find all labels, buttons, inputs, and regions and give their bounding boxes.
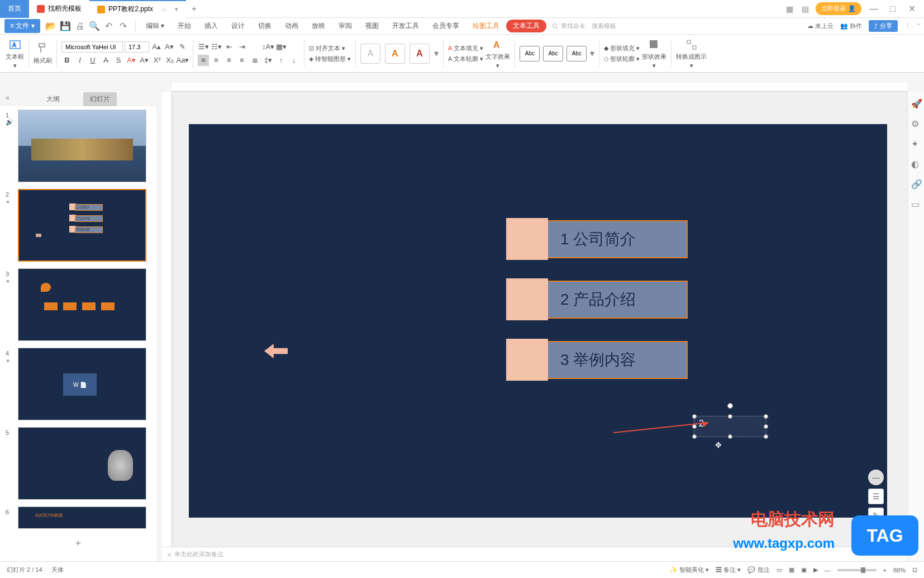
clear-format-button[interactable]: ✎ <box>177 41 188 53</box>
align-center-button[interactable]: ≡ <box>211 55 222 66</box>
thumbnail-2[interactable]: 2★ 公司简介 产品介绍 举例内容 <box>0 186 156 265</box>
case-button[interactable]: Aa▾ <box>177 55 188 66</box>
menu-devtools[interactable]: 开发工具 <box>385 21 426 31</box>
menu-view[interactable]: 视图 <box>359 21 385 31</box>
align-justify-button[interactable]: ≡ <box>236 55 247 66</box>
strike-button[interactable]: A̶ <box>100 55 111 66</box>
spacing-before-button[interactable]: ↑ <box>275 55 287 66</box>
shape-style-more[interactable]: ▾ <box>590 48 594 59</box>
view-slideshow-icon[interactable]: ▶ <box>813 566 818 574</box>
align-text-button[interactable]: ⊡ 对齐文本 ▾ <box>309 44 351 53</box>
notes-toggle[interactable]: ☰ 备注 ▾ <box>716 566 741 574</box>
menu-start[interactable]: 开始 <box>171 21 198 31</box>
fit-icon[interactable]: ⊡ <box>912 566 917 574</box>
tab-outline[interactable]: 大纲 <box>40 92 66 106</box>
file-menu[interactable]: ≡ 文件 ▾ <box>4 19 40 33</box>
shadow-button[interactable]: S <box>113 55 124 66</box>
text-effect-button[interactable]: A 文字效果▾ <box>485 38 510 69</box>
menu-text-tools[interactable]: 文本工具 <box>506 20 546 32</box>
increase-font-button[interactable]: A▴ <box>151 41 162 53</box>
thumbnail-5[interactable]: 5 <box>0 424 156 503</box>
numbering-button[interactable]: ☷▾ <box>211 41 222 53</box>
menu-design[interactable]: 设计 <box>225 21 251 31</box>
tab-add-button[interactable]: + <box>186 4 202 14</box>
notes-bar[interactable]: ≡ 单击此处添加备注 <box>162 547 907 561</box>
italic-button[interactable]: I <box>74 55 85 66</box>
sparkle-icon[interactable]: ✦ <box>911 139 921 149</box>
underline-button[interactable]: U <box>87 55 98 66</box>
text-style-more[interactable]: ▾ <box>434 48 439 59</box>
search-box[interactable]: 查找命令、搜索模板 <box>552 22 616 30</box>
shape-effect-button[interactable]: 形状效果▾ <box>642 38 666 69</box>
align-right-button[interactable]: ≡ <box>223 55 235 66</box>
rocket-icon[interactable]: 🚀 <box>911 98 921 108</box>
subscript-button[interactable]: X₂ <box>164 55 175 66</box>
columns-button[interactable]: ▦▾ <box>275 41 287 53</box>
thumbnail-4[interactable]: 4★ W 📄 <box>0 344 156 424</box>
beautify-button[interactable]: ✨ 智能美化 ▾ <box>670 566 709 574</box>
slide-canvas[interactable]: 1 公司简介 2 产品介绍 3 举例内容 2 ✥ <box>189 124 887 518</box>
present-icon[interactable]: ▭ <box>911 199 921 209</box>
selection-handle[interactable] <box>692 414 697 419</box>
view-reading-icon[interactable]: ▣ <box>801 566 807 574</box>
zoom-out-icon[interactable]: — <box>825 567 831 574</box>
text-direction-button[interactable]: ↕A▾ <box>263 41 274 53</box>
thumbnail-1[interactable]: 1🔊 <box>0 106 156 186</box>
shape-outline-button[interactable]: ◇ 形状轮廓 ▾ <box>604 55 640 63</box>
selection-handle[interactable] <box>692 434 697 439</box>
add-slide-button[interactable]: + <box>0 532 156 555</box>
text-fill-button[interactable]: A 文本填充 ▾ <box>448 44 483 53</box>
collapse-ribbon-icon[interactable]: ˆ <box>917 23 920 30</box>
maximize-button[interactable]: □ <box>886 2 899 16</box>
textbox-button[interactable]: A 文本框▾ <box>6 38 24 69</box>
text-outline-button[interactable]: A 文本轮廓 ▾ <box>448 55 483 63</box>
align-left-button[interactable]: ≡ <box>198 55 209 66</box>
shape-fill-button[interactable]: ◆ 形状填充 ▾ <box>604 44 640 53</box>
tab-slides[interactable]: 幻灯片 <box>83 92 117 106</box>
share-button[interactable]: ⤴ 分享 <box>869 20 898 32</box>
superscript-button[interactable]: X² <box>151 55 163 66</box>
apps-icon[interactable]: ▤ <box>800 4 810 14</box>
menu-edit[interactable]: 编辑 ▾ <box>139 21 171 31</box>
spacing-after-button[interactable]: ↓ <box>288 55 299 66</box>
close-button[interactable]: ✕ <box>905 2 918 16</box>
toc-item-1[interactable]: 1 公司简介 <box>506 218 688 260</box>
menu-slideshow[interactable]: 放映 <box>305 21 332 31</box>
undo-icon[interactable]: ↶ <box>103 20 115 32</box>
login-button[interactable]: 立即登录 👤 <box>816 2 861 15</box>
save-icon[interactable]: 💾 <box>59 20 72 32</box>
layers-icon[interactable]: ☰ <box>868 489 884 504</box>
indent-dec-button[interactable]: ⇤ <box>223 41 235 53</box>
minimize-button[interactable]: — <box>867 2 880 16</box>
selection-handle[interactable] <box>764 424 768 429</box>
indent-inc-button[interactable]: ⇥ <box>236 41 247 53</box>
bold-button[interactable]: B <box>61 55 73 66</box>
thumbnail-6[interactable]: 6 此处照片的标题 <box>0 503 156 532</box>
selection-handle[interactable] <box>728 414 732 419</box>
shape-style-2[interactable]: Abc <box>543 46 563 61</box>
menu-review[interactable]: 审阅 <box>332 21 359 31</box>
rotation-handle[interactable] <box>727 403 733 409</box>
redo-icon[interactable]: ↷ <box>117 20 130 32</box>
text-style-2[interactable]: A <box>385 44 405 64</box>
language-label[interactable]: 天体 <box>51 566 64 574</box>
selection-handle[interactable] <box>764 414 768 419</box>
grid-icon[interactable]: ▦ <box>784 4 794 14</box>
menu-insert[interactable]: 插入 <box>198 21 225 31</box>
convert-button[interactable]: 转换成图示▾ <box>676 38 707 69</box>
ruler-vertical[interactable] <box>162 92 172 561</box>
eyedropper-icon[interactable]: ✎ <box>868 508 884 523</box>
arrow-shape[interactable] <box>264 344 288 358</box>
font-color-button[interactable]: A▾ <box>126 55 137 66</box>
print-icon[interactable]: 🖨 <box>74 20 86 32</box>
ruler-horizontal[interactable] <box>172 83 907 92</box>
help-icon[interactable]: ⋮ <box>904 22 911 30</box>
text-style-3[interactable]: A <box>409 44 430 64</box>
preview-icon[interactable]: 🔍 <box>88 20 101 32</box>
link-icon[interactable]: 🔗 <box>911 179 921 189</box>
thumbnail-3[interactable]: 3★ <box>0 265 156 344</box>
tab-file[interactable]: PPT教程2.pptx ○ ▾ <box>89 0 186 18</box>
toc-item-3[interactable]: 3 举例内容 <box>506 339 688 381</box>
tab-home[interactable]: 首页 <box>0 0 29 18</box>
collapse-tools-icon[interactable]: — <box>868 470 884 485</box>
